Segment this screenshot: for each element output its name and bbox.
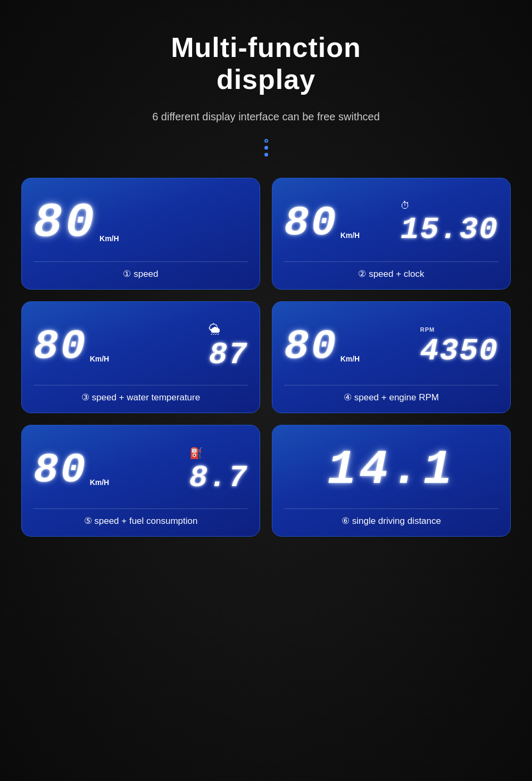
- card-label-2: ② speed + clock: [284, 268, 498, 279]
- card-6-display: 14.1: [284, 438, 498, 509]
- speed-value-5: 80: [34, 449, 88, 491]
- temp-value: 87: [209, 340, 248, 371]
- card-driving-distance: 14.1 ⑥ single driving distance: [272, 425, 511, 537]
- speed-unit-1: Km/H: [99, 234, 119, 243]
- speed-block-3: 80 Km/H: [34, 326, 109, 367]
- card-4-display: 80 Km/H RPM 4350: [284, 315, 498, 385]
- card-1-display: 80 Km/H: [34, 191, 248, 262]
- temp-icon-row: 🌦: [209, 323, 220, 336]
- speed-block-1: 80 Km/H: [34, 199, 119, 247]
- clock-icon-row: ⏱: [401, 200, 410, 211]
- temp-block: 🌦 87: [209, 323, 248, 371]
- dot-3: [264, 153, 268, 157]
- speed-block-4: 80 Km/H: [284, 326, 360, 367]
- speed-unit-4: Km/H: [340, 355, 360, 363]
- card-label-4: ④ speed + engine RPM: [284, 392, 498, 403]
- rpm-value: 4350: [420, 336, 498, 367]
- speed-unit-3: Km/H: [90, 355, 110, 363]
- page-title: Multi-function display: [171, 32, 361, 96]
- card-label-3: ③ speed + water temperature: [34, 392, 248, 403]
- speed-unit-2: Km/H: [340, 231, 360, 240]
- fuel-value: 8.7: [189, 463, 248, 494]
- distance-value: 14.1: [327, 446, 455, 494]
- fuel-icon: ⛽: [189, 447, 203, 459]
- dot-1: [264, 139, 268, 143]
- card-3-display: 80 Km/H 🌦 87: [34, 315, 248, 385]
- clock-block: ⏱ 15.30: [401, 200, 498, 245]
- card-label-1: ① speed: [34, 268, 248, 279]
- clock-value: 15.30: [401, 215, 498, 245]
- speed-block-2: 80 Km/H: [284, 202, 360, 244]
- card-label-6: ⑥ single driving distance: [284, 515, 498, 527]
- card-speed-fuel: 80 Km/H ⛽ 8.7 ⑤ speed + fuel consumption: [21, 425, 260, 537]
- display-grid: 80 Km/H ① speed 80 Km/H ⏱ 15.30 ② speed …: [21, 178, 511, 537]
- card-2-display: 80 Km/H ⏱ 15.30: [284, 191, 498, 262]
- fuel-icon-row: ⛽: [189, 447, 203, 459]
- card-5-display: 80 Km/H ⛽ 8.7: [34, 438, 248, 509]
- speed-value-1: 80: [34, 199, 97, 247]
- fuel-block: ⛽ 8.7: [189, 447, 248, 494]
- card-speed-rpm: 80 Km/H RPM 4350 ④ speed + engine RPM: [272, 301, 511, 413]
- clock-icon: ⏱: [401, 200, 410, 211]
- card-speed-only: 80 Km/H ① speed: [21, 178, 260, 290]
- card-speed-clock: 80 Km/H ⏱ 15.30 ② speed + clock: [272, 178, 511, 290]
- speed-unit-5: Km/H: [90, 478, 110, 487]
- dots-indicator: [264, 139, 268, 157]
- card-speed-temp: 80 Km/H 🌦 87 ③ speed + water temperature: [21, 301, 260, 413]
- rpm-icon: RPM: [420, 326, 435, 333]
- dot-2: [264, 146, 268, 150]
- card-label-5: ⑤ speed + fuel consumption: [34, 515, 248, 527]
- rpm-icon-row: RPM: [420, 326, 435, 333]
- temperature-icon: 🌦: [209, 323, 220, 336]
- page-subtitle: 6 different display interface can be fre…: [152, 111, 380, 123]
- speed-value-2: 80: [284, 202, 338, 244]
- speed-value-4: 80: [284, 326, 338, 367]
- speed-value-3: 80: [34, 326, 88, 367]
- speed-block-5: 80 Km/H: [34, 449, 109, 491]
- rpm-block: RPM 4350: [420, 326, 498, 367]
